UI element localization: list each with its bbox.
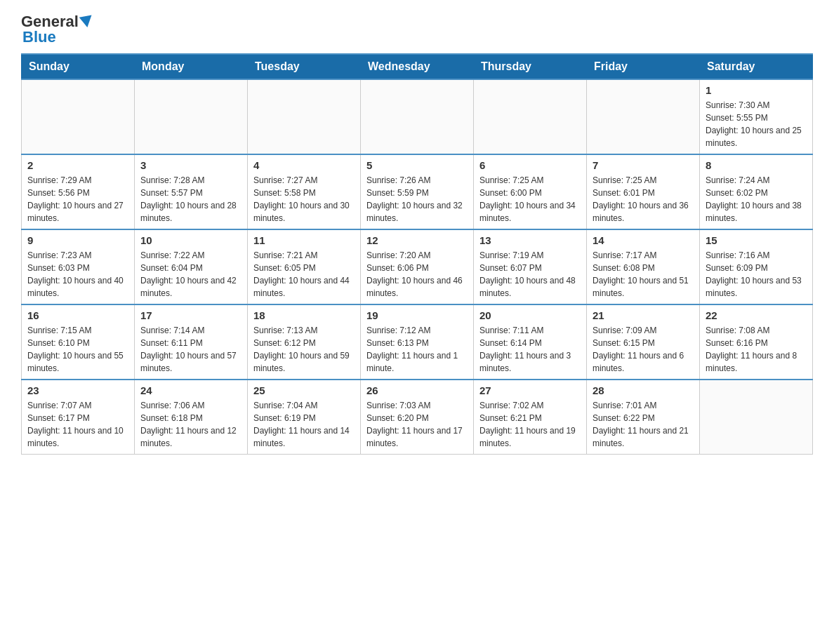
calendar-cell-w2-d1: 3Sunrise: 7:28 AM Sunset: 5:57 PM Daylig… [135,154,248,229]
calendar-cell-w1-d3 [361,79,474,154]
calendar-cell-w5-d1: 24Sunrise: 7:06 AM Sunset: 6:18 PM Dayli… [135,380,248,455]
day-info: Sunrise: 7:30 AM Sunset: 5:55 PM Dayligh… [706,99,807,149]
day-info: Sunrise: 7:04 AM Sunset: 6:19 PM Dayligh… [253,399,355,450]
day-number: 1 [706,84,807,96]
day-number: 25 [253,384,355,396]
day-info: Sunrise: 7:19 AM Sunset: 6:07 PM Dayligh… [479,249,581,300]
logo: General Blue [21,14,93,46]
day-number: 15 [706,234,807,246]
calendar-cell-w2-d4: 6Sunrise: 7:25 AM Sunset: 6:00 PM Daylig… [474,154,587,229]
header-friday: Friday [587,54,700,79]
day-number: 12 [366,234,468,246]
day-number: 16 [27,309,128,321]
calendar-header-row: SundayMondayTuesdayWednesdayThursdayFrid… [22,54,813,79]
calendar-cell-w5-d5: 28Sunrise: 7:01 AM Sunset: 6:22 PM Dayli… [587,380,700,455]
day-info: Sunrise: 7:20 AM Sunset: 6:06 PM Dayligh… [366,249,468,300]
calendar-table: SundayMondayTuesdayWednesdayThursdayFrid… [21,53,813,455]
calendar-cell-w3-d2: 11Sunrise: 7:21 AM Sunset: 6:05 PM Dayli… [248,229,361,304]
day-info: Sunrise: 7:27 AM Sunset: 5:58 PM Dayligh… [253,174,355,224]
calendar-cell-w5-d3: 26Sunrise: 7:03 AM Sunset: 6:20 PM Dayli… [361,380,474,455]
day-number: 28 [593,384,694,396]
calendar-week-1: 1Sunrise: 7:30 AM Sunset: 5:55 PM Daylig… [22,79,813,154]
calendar-cell-w4-d3: 19Sunrise: 7:12 AM Sunset: 6:13 PM Dayli… [361,304,474,380]
day-info: Sunrise: 7:24 AM Sunset: 6:02 PM Dayligh… [706,174,807,224]
day-number: 9 [27,234,128,246]
calendar-cell-w3-d4: 13Sunrise: 7:19 AM Sunset: 6:07 PM Dayli… [474,229,587,304]
day-info: Sunrise: 7:17 AM Sunset: 6:08 PM Dayligh… [593,249,694,300]
calendar-cell-w2-d3: 5Sunrise: 7:26 AM Sunset: 5:59 PM Daylig… [361,154,474,229]
calendar-cell-w1-d6: 1Sunrise: 7:30 AM Sunset: 5:55 PM Daylig… [700,79,813,154]
day-number: 11 [253,234,355,246]
calendar-cell-w2-d6: 8Sunrise: 7:24 AM Sunset: 6:02 PM Daylig… [700,154,813,229]
calendar-cell-w2-d0: 2Sunrise: 7:29 AM Sunset: 5:56 PM Daylig… [22,154,135,229]
calendar-week-2: 2Sunrise: 7:29 AM Sunset: 5:56 PM Daylig… [22,154,813,229]
day-number: 23 [27,384,128,396]
day-info: Sunrise: 7:01 AM Sunset: 6:22 PM Dayligh… [593,399,694,450]
day-info: Sunrise: 7:09 AM Sunset: 6:15 PM Dayligh… [593,324,694,375]
calendar-cell-w4-d2: 18Sunrise: 7:13 AM Sunset: 6:12 PM Dayli… [248,304,361,380]
day-info: Sunrise: 7:13 AM Sunset: 6:12 PM Dayligh… [253,324,355,375]
header-monday: Monday [135,54,248,79]
day-number: 7 [593,159,694,171]
day-info: Sunrise: 7:15 AM Sunset: 6:10 PM Dayligh… [27,324,128,375]
calendar-cell-w2-d2: 4Sunrise: 7:27 AM Sunset: 5:58 PM Daylig… [248,154,361,229]
calendar-cell-w4-d5: 21Sunrise: 7:09 AM Sunset: 6:15 PM Dayli… [587,304,700,380]
day-number: 8 [706,159,807,171]
day-info: Sunrise: 7:25 AM Sunset: 6:00 PM Dayligh… [479,174,581,224]
day-number: 17 [140,309,241,321]
day-number: 2 [27,159,128,171]
day-number: 5 [366,159,468,171]
calendar-week-5: 23Sunrise: 7:07 AM Sunset: 6:17 PM Dayli… [22,380,813,455]
calendar-cell-w1-d2 [248,79,361,154]
calendar-week-3: 9Sunrise: 7:23 AM Sunset: 6:03 PM Daylig… [22,229,813,304]
calendar-cell-w2-d5: 7Sunrise: 7:25 AM Sunset: 6:01 PM Daylig… [587,154,700,229]
day-number: 21 [593,309,694,321]
logo-triangle-icon [79,15,94,29]
day-info: Sunrise: 7:23 AM Sunset: 6:03 PM Dayligh… [27,249,128,300]
day-info: Sunrise: 7:12 AM Sunset: 6:13 PM Dayligh… [366,324,468,375]
day-number: 10 [140,234,241,246]
day-info: Sunrise: 7:25 AM Sunset: 6:01 PM Dayligh… [593,174,694,224]
day-number: 3 [140,159,241,171]
calendar-cell-w5-d4: 27Sunrise: 7:02 AM Sunset: 6:21 PM Dayli… [474,380,587,455]
day-number: 26 [366,384,468,396]
day-number: 14 [593,234,694,246]
header-saturday: Saturday [700,54,813,79]
day-info: Sunrise: 7:11 AM Sunset: 6:14 PM Dayligh… [479,324,581,375]
day-info: Sunrise: 7:08 AM Sunset: 6:16 PM Dayligh… [706,324,807,375]
calendar-cell-w4-d4: 20Sunrise: 7:11 AM Sunset: 6:14 PM Dayli… [474,304,587,380]
calendar-week-4: 16Sunrise: 7:15 AM Sunset: 6:10 PM Dayli… [22,304,813,380]
day-info: Sunrise: 7:14 AM Sunset: 6:11 PM Dayligh… [140,324,241,375]
day-number: 4 [253,159,355,171]
day-info: Sunrise: 7:26 AM Sunset: 5:59 PM Dayligh… [366,174,468,224]
calendar-cell-w4-d1: 17Sunrise: 7:14 AM Sunset: 6:11 PM Dayli… [135,304,248,380]
day-info: Sunrise: 7:21 AM Sunset: 6:05 PM Dayligh… [253,249,355,300]
calendar-cell-w1-d5 [587,79,700,154]
day-number: 24 [140,384,241,396]
calendar-cell-w1-d1 [135,79,248,154]
calendar-cell-w5-d2: 25Sunrise: 7:04 AM Sunset: 6:19 PM Dayli… [248,380,361,455]
calendar-cell-w3-d3: 12Sunrise: 7:20 AM Sunset: 6:06 PM Dayli… [361,229,474,304]
day-info: Sunrise: 7:22 AM Sunset: 6:04 PM Dayligh… [140,249,241,300]
day-info: Sunrise: 7:02 AM Sunset: 6:21 PM Dayligh… [479,399,581,450]
day-number: 27 [479,384,581,396]
calendar-cell-w4-d6: 22Sunrise: 7:08 AM Sunset: 6:16 PM Dayli… [700,304,813,380]
header-sunday: Sunday [22,54,135,79]
logo-blue-part: Blue [22,28,56,46]
day-number: 6 [479,159,581,171]
day-info: Sunrise: 7:28 AM Sunset: 5:57 PM Dayligh… [140,174,241,224]
calendar-cell-w3-d0: 9Sunrise: 7:23 AM Sunset: 6:03 PM Daylig… [22,229,135,304]
calendar-cell-w1-d4 [474,79,587,154]
calendar-cell-w5-d0: 23Sunrise: 7:07 AM Sunset: 6:17 PM Dayli… [22,380,135,455]
day-info: Sunrise: 7:03 AM Sunset: 6:20 PM Dayligh… [366,399,468,450]
day-info: Sunrise: 7:07 AM Sunset: 6:17 PM Dayligh… [27,399,128,450]
logo-general-part: General [21,14,79,29]
day-number: 20 [479,309,581,321]
calendar-cell-w3-d6: 15Sunrise: 7:16 AM Sunset: 6:09 PM Dayli… [700,229,813,304]
calendar-cell-w3-d5: 14Sunrise: 7:17 AM Sunset: 6:08 PM Dayli… [587,229,700,304]
calendar-cell-w5-d6 [700,380,813,455]
calendar-cell-w3-d1: 10Sunrise: 7:22 AM Sunset: 6:04 PM Dayli… [135,229,248,304]
header-tuesday: Tuesday [248,54,361,79]
day-number: 13 [479,234,581,246]
page-header: General Blue [21,14,813,46]
